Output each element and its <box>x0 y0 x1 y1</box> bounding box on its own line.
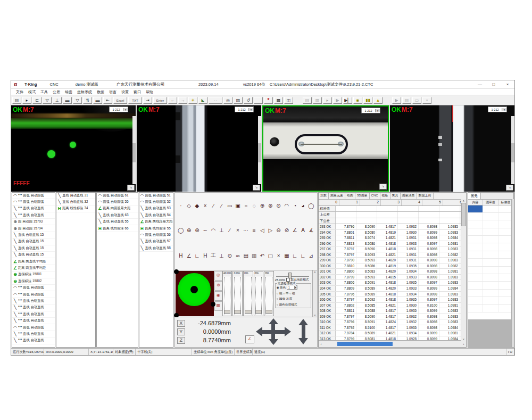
status-segment[interactable]: R/A:0.0000,0.0000 <box>44 349 89 355</box>
measure-tool-icon[interactable]: ⊙ <box>275 203 282 209</box>
table-vertical-scrollbar[interactable]: ∧∨ <box>461 199 466 341</box>
table-row[interactable]: 299 OK7.87908.50931.48201.09310.80981.09… <box>319 258 466 263</box>
measure-tool-icon[interactable]: ◆ <box>193 203 201 209</box>
inspector-tab[interactable]: 图元 <box>468 193 481 199</box>
inspector-row[interactable] <box>468 267 513 274</box>
measure-tool-icon[interactable]: ⊛ <box>193 227 201 233</box>
list-item[interactable]: ╲直线 自动直线 58 <box>139 245 173 252</box>
measure-tool-icon[interactable]: ▥ <box>251 253 258 259</box>
list-item[interactable]: ⊖直径标注 15802 <box>12 278 55 285</box>
step-forward-button[interactable]: → <box>178 97 187 104</box>
ring-segment-icon[interactable]: ▦ <box>214 301 222 311</box>
measure-tool-icon[interactable]: ∕ <box>218 203 225 209</box>
list-item[interactable]: ◠*** 圆弧 自动圆弧 <box>12 199 55 205</box>
camera-scrollbar[interactable] <box>511 116 514 184</box>
measure-tool-icon[interactable]: ▣ <box>234 203 242 209</box>
camera-panel-1[interactable]: OKM:7 1-212▾ FFFFF ↘ <box>11 105 136 191</box>
menu-item[interactable]: 坐标系统 <box>77 89 92 95</box>
measure-tool-icon[interactable]: ⊕ <box>185 227 193 233</box>
list-item[interactable]: H距离 线性标注 66 <box>97 225 137 232</box>
list-item[interactable]: ╲*** 直线 自动直线 <box>12 205 55 212</box>
measure-tool-icon[interactable]: ◇ <box>185 203 193 209</box>
list-item[interactable]: ╲直线 自动直线 54 <box>139 212 173 219</box>
master-light-slider[interactable] <box>276 272 309 277</box>
pause-button[interactable]: ▮▮ <box>363 97 372 104</box>
light-slider[interactable]: 0.0% <box>232 271 243 316</box>
inspector-row[interactable] <box>468 228 513 236</box>
list-item[interactable]: ╲直线 自动直线 15 <box>12 245 55 252</box>
camera-range-dropdown[interactable]: 1-212▾ <box>361 108 380 113</box>
camera-panel-4[interactable]: OKM:7 1-212▾ ↘ <box>390 105 514 191</box>
list-item[interactable]: ╲*** 直线 自动直线 <box>12 331 55 337</box>
list-item[interactable]: ╲*** 直线 自动直线 <box>12 318 55 324</box>
table-row[interactable]: 312 OK7.87848.50891.48211.09340.80991.09… <box>319 331 466 336</box>
inspector-row[interactable] <box>468 274 513 282</box>
table-row[interactable]: 308 OK7.88118.50881.48171.09350.80991.09… <box>319 308 466 314</box>
list-item[interactable]: ╲直线 自动直线 53 <box>139 205 173 212</box>
measure-tool-icon[interactable]: ⊿ <box>307 253 315 259</box>
measure-tool-icon[interactable]: ∞ <box>234 253 242 259</box>
maximize-button[interactable]: □ <box>487 82 501 87</box>
menu-item[interactable]: 语言 <box>109 89 117 95</box>
slider-thumb[interactable] <box>234 310 241 314</box>
inspector-row[interactable] <box>468 213 513 220</box>
save2-button[interactable]: ▤ <box>303 97 312 104</box>
list-item[interactable]: ◠圆弧 自动圆弧 52 <box>139 199 173 205</box>
status-segment[interactable]: 坐标单位:mm 角度单位[度] <box>192 349 235 355</box>
inspector-row[interactable] <box>468 297 513 304</box>
list-item[interactable]: ◠圆弧 自动圆弧 61 <box>97 193 137 199</box>
table-tab[interactable]: 数据上传 <box>417 193 434 199</box>
save3-button[interactable]: ▤ <box>402 97 411 104</box>
resize-handle-icon[interactable]: ↘ <box>127 185 135 191</box>
menu-item[interactable]: 设置 <box>121 89 129 95</box>
list-item[interactable]: ∠距离 内圆弧最大距 <box>97 205 137 212</box>
matrix-button[interactable]: ▩ <box>274 97 283 104</box>
block-button[interactable]: ▬ <box>63 97 72 104</box>
status-segment[interactable]: X,Y:-14.1761,103.6784 <box>89 349 113 355</box>
camera-range-dropdown[interactable]: 1-212▾ <box>488 106 507 112</box>
status-segment[interactable]: I O <box>506 349 514 355</box>
xy-jog-arrows[interactable] <box>256 320 291 343</box>
slider-thumb[interactable] <box>224 310 231 314</box>
list-item[interactable]: H距离 线性标注 55 <box>139 225 173 232</box>
measure-tool-icon[interactable]: ∡ <box>307 227 315 233</box>
probe-button[interactable]: ▽ <box>43 97 52 104</box>
stop-button[interactable]: ■ <box>353 97 362 104</box>
updown-button[interactable]: ⇅ <box>83 97 92 104</box>
measure-tool-icon[interactable]: ∕ <box>210 203 217 209</box>
camera-scrollbar[interactable] <box>258 116 261 184</box>
measure-tool-icon[interactable]: ◠ <box>210 227 217 233</box>
inspector-row[interactable] <box>468 251 513 259</box>
table-row[interactable]: 301 OK7.88008.50831.48201.09340.80981.09… <box>319 269 466 275</box>
list-item[interactable]: ◠*** 圆弧 自动圆弧 <box>12 291 55 298</box>
measure-tool-icon[interactable]: H <box>202 253 209 259</box>
table-row[interactable]: 305 OK7.87968.50891.48181.09340.80981.09… <box>319 292 466 298</box>
status-segment[interactable]: 对象捕捉[开] <box>113 349 136 355</box>
options-scrollbar[interactable]: ∧∨ <box>312 270 317 317</box>
inspector-row[interactable] <box>468 290 513 297</box>
star-button[interactable]: * <box>264 97 273 104</box>
light-slider[interactable]: 0% <box>264 271 274 316</box>
menu-item[interactable]: 窗口 <box>134 89 141 95</box>
camera-panel-2[interactable]: OKM:7 1-212▾ ↘ <box>137 105 261 191</box>
table-row[interactable]: 302 OK7.87998.50931.48151.09330.80981.09… <box>319 275 466 281</box>
angle-mode-button[interactable]: ∠ <box>245 335 254 343</box>
table-row[interactable]: 上公差 <box>319 212 466 218</box>
inspector-row[interactable] <box>468 305 513 312</box>
light-slider[interactable]: 40.0% <box>222 271 232 316</box>
ring-light-control[interactable] <box>176 271 214 316</box>
list-item[interactable]: ╲*** 直线 自动直线 <box>12 311 55 318</box>
list-item[interactable]: ◠圆弧 自动圆弧 56 <box>139 232 173 238</box>
table-row[interactable]: 300 OK7.88108.50861.48191.09350.80981.09… <box>319 263 466 269</box>
txt-export-button[interactable]: TXT <box>128 97 142 104</box>
menu-item[interactable]: 帮助 <box>146 89 153 95</box>
list-item[interactable]: ◠圆弧 自动圆弧 55 <box>97 199 137 205</box>
measure-tool-icon[interactable]: ⊥ <box>218 253 225 259</box>
status-segment[interactable]: 运行次数=316,OK=316,NG=0,良率=100.00,(0018+20,… <box>11 349 44 355</box>
inspector-row[interactable] <box>468 236 513 243</box>
table-row[interactable]: 310 OK7.87968.50911.48241.09320.80981.09… <box>319 319 466 325</box>
table-row[interactable]: 307 OK7.88028.50851.48211.09300.81001.09… <box>319 303 466 309</box>
radio-icon[interactable]: ○ <box>277 297 278 300</box>
light-button[interactable]: ☀ <box>188 97 197 104</box>
list-item[interactable]: ⊕圆 自动圆 15793 <box>12 219 55 225</box>
